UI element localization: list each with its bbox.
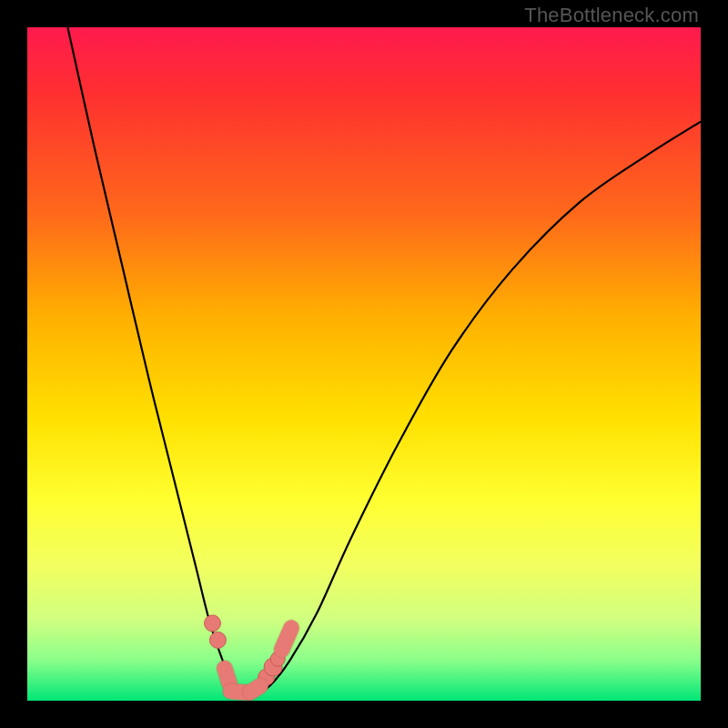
data-markers bbox=[205, 615, 292, 693]
marker-dot bbox=[209, 632, 226, 648]
chart-frame: TheBottleneck.com bbox=[0, 0, 728, 728]
marker-pill bbox=[251, 686, 260, 693]
chart-svg bbox=[27, 27, 701, 701]
marker-pill bbox=[225, 668, 229, 682]
bottleneck-curve bbox=[67, 27, 701, 693]
marker-pill bbox=[282, 628, 291, 650]
marker-dot bbox=[205, 615, 221, 632]
plot-area bbox=[27, 27, 701, 701]
watermark-text: TheBottleneck.com bbox=[524, 4, 699, 27]
